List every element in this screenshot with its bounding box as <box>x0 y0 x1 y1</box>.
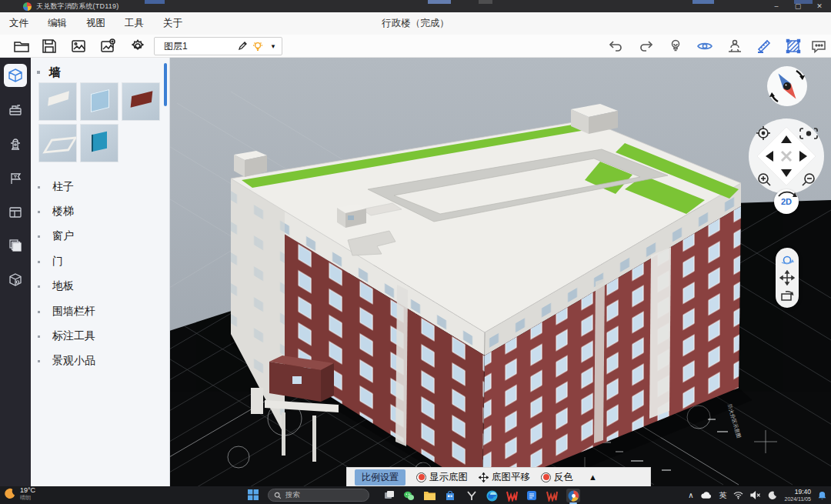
close-button[interactable]: ✕ <box>809 0 829 12</box>
comments-button[interactable] <box>809 37 828 55</box>
window-title: 天兑数字消防系统(TD119) <box>36 2 118 12</box>
windows-taskbar: 19°C 晴朗 搜索 <box>0 486 831 504</box>
save-button[interactable] <box>40 37 58 55</box>
show-basemap-option[interactable]: 显示底图 <box>416 471 468 484</box>
search-placeholder: 搜索 <box>285 490 300 500</box>
td119-app-icon[interactable] <box>566 489 580 502</box>
task-view-button[interactable] <box>382 489 396 502</box>
section-wall-header[interactable]: 墙 <box>31 63 61 82</box>
titlebar: 天兑数字消防系统(TD119) – ▢ ✕ <box>0 0 831 12</box>
category-fence-railing[interactable]: 围墙栏杆 <box>31 302 169 322</box>
background-fragment <box>428 0 451 4</box>
thumb-red-wall[interactable] <box>122 82 160 121</box>
document-title: 行政楼（完成） <box>0 12 831 35</box>
light-bulb-icon[interactable] <box>250 41 265 52</box>
category-windows[interactable]: 窗户 <box>31 226 169 246</box>
scale-settings-button[interactable]: 比例设置 <box>355 469 405 486</box>
menubar: 文件 编辑 视图 工具 关于 行政楼（完成） <box>0 12 831 35</box>
rail-layout-panels-button[interactable] <box>4 201 27 224</box>
orbit-mode-button[interactable] <box>779 252 795 268</box>
collapse-panel-arrow[interactable]: ▲ <box>589 472 597 482</box>
category-floor[interactable]: 地板 <box>31 276 169 296</box>
onedrive-cloud-icon[interactable] <box>700 492 712 499</box>
microsoft-store-icon[interactable] <box>443 489 457 502</box>
wps-app-icon[interactable] <box>505 489 519 502</box>
layer-name-input[interactable] <box>162 40 235 52</box>
time-label: 19:40 <box>795 489 811 496</box>
category-columns[interactable]: 柱子 <box>31 177 169 197</box>
category-stairs[interactable]: 楼梯 <box>31 202 169 222</box>
undo-button[interactable] <box>606 37 625 55</box>
maximize-button[interactable]: ▢ <box>788 0 808 12</box>
rotate-mode-button[interactable] <box>779 288 795 303</box>
windows-start-button[interactable] <box>248 489 260 502</box>
wps-sheet-icon[interactable] <box>545 489 559 502</box>
image-button[interactable] <box>69 37 88 55</box>
search-icon <box>274 492 282 499</box>
wifi-icon[interactable] <box>733 491 743 499</box>
edge-browser-icon[interactable] <box>485 489 499 502</box>
rail-model-3d-button[interactable] <box>4 64 27 87</box>
taskbar-search[interactable]: 搜索 <box>268 489 369 502</box>
wechat-app-icon[interactable] <box>402 489 416 502</box>
night-mode-icon[interactable] <box>768 491 777 500</box>
volume-muted-icon[interactable] <box>750 491 761 499</box>
hatch-region-button[interactable] <box>784 37 803 55</box>
settings-gear-button[interactable] <box>128 37 147 55</box>
rail-fire-hydrant-button[interactable] <box>4 132 27 155</box>
visibility-eye-button[interactable] <box>696 37 714 55</box>
layer-selector[interactable]: ▾ <box>154 37 282 55</box>
notification-bell-icon[interactable] <box>818 491 826 500</box>
scene-3d[interactable]: 防火分区示意图 <box>169 57 831 486</box>
open-folder-button[interactable] <box>12 37 31 55</box>
tray-chevron-up[interactable]: ∧ <box>688 491 693 499</box>
viewport-3d[interactable]: 防火分区示意图 <box>169 57 831 486</box>
background-fragment <box>479 0 492 4</box>
compass-control[interactable] <box>766 65 809 108</box>
system-tray: ∧ 英 19:40 2024/11/05 <box>688 486 831 504</box>
y-app-icon[interactable] <box>465 489 479 502</box>
panel-scrollbar[interactable] <box>164 63 167 106</box>
pan-cross-icon <box>479 472 489 482</box>
basemap-pan-option[interactable]: 底图平移 <box>479 471 530 484</box>
redo-button[interactable] <box>637 37 656 55</box>
navigation-pad[interactable] <box>748 118 825 195</box>
thumb-white-wall[interactable] <box>38 82 77 121</box>
toggle-2d-button[interactable]: 2D <box>774 189 799 214</box>
rail-furniture-button[interactable] <box>4 98 27 122</box>
date-label: 2024/11/05 <box>784 496 811 502</box>
rail-flag-annotation-button[interactable] <box>4 167 27 190</box>
edit-pencil-icon[interactable] <box>235 41 250 52</box>
app-logo-icon <box>23 2 32 11</box>
background-fragment <box>692 0 714 4</box>
invert-color-option[interactable]: 反色 <box>541 471 573 484</box>
section-bullet <box>37 71 40 74</box>
docs-app-icon[interactable] <box>525 489 539 502</box>
category-annotation-tools[interactable]: 标注工具 <box>31 326 169 346</box>
weather-widget[interactable]: 19°C 晴朗 <box>5 487 35 500</box>
category-doors[interactable]: 门 <box>31 252 169 272</box>
invert-color-radio[interactable] <box>541 472 551 482</box>
person-location-button[interactable] <box>726 37 744 55</box>
thumb-blue-wall[interactable] <box>80 124 118 162</box>
toolbar: ▾ <box>0 35 831 58</box>
moon-icon <box>5 488 16 499</box>
pan-mode-button[interactable] <box>779 270 795 285</box>
thumb-room-box[interactable] <box>38 124 77 162</box>
thumb-glass-wall[interactable] <box>80 82 118 121</box>
ime-indicator[interactable]: 英 <box>719 490 726 501</box>
file-explorer-icon[interactable] <box>422 489 436 502</box>
map-image-button[interactable] <box>98 37 117 55</box>
basemap-toolbar: 比例设置 显示底图 底图平移 反色 ▲ <box>346 467 651 486</box>
idea-bulb-button[interactable] <box>666 37 685 55</box>
minimize-button[interactable]: – <box>766 0 786 12</box>
rail-component-box-button[interactable] <box>4 269 27 292</box>
taskbar-clock[interactable]: 19:40 2024/11/05 <box>784 489 811 502</box>
temperature-label: 19°C <box>20 487 35 494</box>
component-panel: 墙 柱子 楼梯 窗户 门 地板 围墙栏杆 标注工具 景观小品 <box>31 57 170 486</box>
measure-ruler-button[interactable] <box>755 37 773 55</box>
rail-layers-button[interactable] <box>4 234 27 257</box>
layer-dropdown-caret[interactable]: ▾ <box>265 42 281 50</box>
category-landscape-items[interactable]: 景观小品 <box>31 351 169 371</box>
show-basemap-radio[interactable] <box>416 472 426 482</box>
